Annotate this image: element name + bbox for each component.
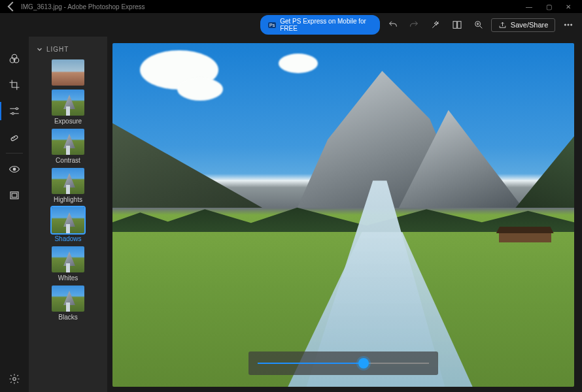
slider-track[interactable] — [258, 363, 429, 364]
minimize-button[interactable]: — — [519, 3, 539, 10]
mountain-decoration — [515, 136, 574, 208]
svg-point-15 — [13, 378, 16, 381]
svg-point-4 — [568, 24, 569, 25]
thumb-label: Highlights — [54, 196, 82, 203]
ps-badge-icon: Ps — [268, 22, 276, 28]
adjust-thumb-highlights[interactable]: Highlights — [52, 168, 84, 203]
adjust-thumb-original[interactable] — [52, 59, 84, 86]
svg-point-9 — [16, 108, 18, 110]
adjustments-panel: LIGHT ExposureContrastHighlightsShadowsW… — [29, 37, 107, 392]
svg-point-5 — [570, 24, 572, 25]
zoom-button[interactable] — [470, 15, 487, 35]
thumb-preview — [52, 286, 84, 312]
image-canvas[interactable] — [112, 43, 574, 387]
compare-button[interactable] — [449, 15, 466, 35]
promo-pill[interactable]: Ps Get PS Express on Mobile for FREE — [260, 15, 380, 35]
tool-crop[interactable] — [0, 72, 29, 98]
adjustment-thumb-list: ExposureContrastHighlightsShadowsWhitesB… — [29, 59, 107, 321]
settings-button[interactable] — [0, 366, 29, 392]
tool-adjustments[interactable] — [0, 98, 29, 124]
adjust-thumb-shadows[interactable]: Shadows — [52, 207, 84, 242]
window-titlebar: IMG_3613.jpg - Adobe Photoshop Express —… — [0, 0, 582, 13]
promo-label: Get PS Express on Mobile for FREE — [280, 18, 372, 32]
redo-button[interactable] — [405, 15, 423, 35]
tool-spot-heal[interactable] — [0, 124, 29, 150]
adjustment-slider[interactable] — [248, 351, 438, 375]
adjust-thumb-blacks[interactable]: Blacks — [52, 286, 84, 321]
thumb-preview — [52, 129, 84, 155]
svg-rect-1 — [457, 22, 460, 29]
slider-thumb[interactable] — [358, 358, 369, 368]
thumb-preview — [52, 168, 84, 194]
thumb-label: Blacks — [58, 314, 77, 321]
adjust-thumb-whites[interactable]: Whites — [52, 246, 84, 282]
undo-button[interactable] — [384, 15, 402, 35]
svg-rect-11 — [10, 135, 18, 141]
svg-point-12 — [13, 168, 16, 171]
svg-point-10 — [12, 112, 14, 114]
adjust-thumb-contrast[interactable]: Contrast — [52, 129, 84, 164]
tool-eye-redeye[interactable] — [0, 156, 29, 182]
thumb-label: Contrast — [56, 157, 80, 164]
hut-decoration — [499, 232, 551, 242]
cloud-decoration — [177, 78, 223, 101]
divider — [6, 153, 23, 154]
main-area: LIGHT ExposureContrastHighlightsShadowsW… — [0, 37, 582, 392]
back-button[interactable] — [4, 0, 18, 14]
save-share-button[interactable]: Save/Share — [491, 18, 555, 32]
auto-enhance-button[interactable] — [427, 15, 445, 35]
window-title: IMG_3613.jpg - Adobe Photoshop Express — [18, 3, 519, 10]
window-controls: — ▢ ✕ — [519, 3, 578, 10]
save-share-label: Save/Share — [511, 21, 548, 29]
tool-strip — [0, 37, 29, 392]
cloud-decoration — [279, 54, 318, 73]
maximize-button[interactable]: ▢ — [539, 3, 558, 10]
tool-border[interactable] — [0, 182, 29, 208]
top-toolbar: Ps Get PS Express on Mobile for FREE Sav… — [0, 13, 582, 37]
thumb-preview — [52, 207, 84, 233]
close-button[interactable]: ✕ — [558, 3, 578, 10]
thumb-preview — [52, 246, 84, 272]
svg-rect-14 — [12, 193, 17, 197]
thumb-preview — [52, 90, 84, 116]
tool-looks[interactable] — [0, 46, 29, 72]
thumb-label: Whites — [58, 274, 78, 282]
svg-point-3 — [564, 24, 566, 25]
more-menu-button[interactable] — [559, 15, 577, 35]
thumb-label: Shadows — [54, 235, 81, 242]
mountain-decoration — [112, 123, 263, 208]
thumb-preview — [52, 59, 84, 86]
panel-section-label: LIGHT — [46, 46, 69, 53]
thumb-label: Exposure — [54, 118, 82, 125]
svg-rect-0 — [453, 22, 456, 29]
adjust-thumb-exposure[interactable]: Exposure — [52, 90, 84, 125]
canvas-area — [107, 37, 582, 392]
panel-section-light[interactable]: LIGHT — [29, 43, 107, 59]
